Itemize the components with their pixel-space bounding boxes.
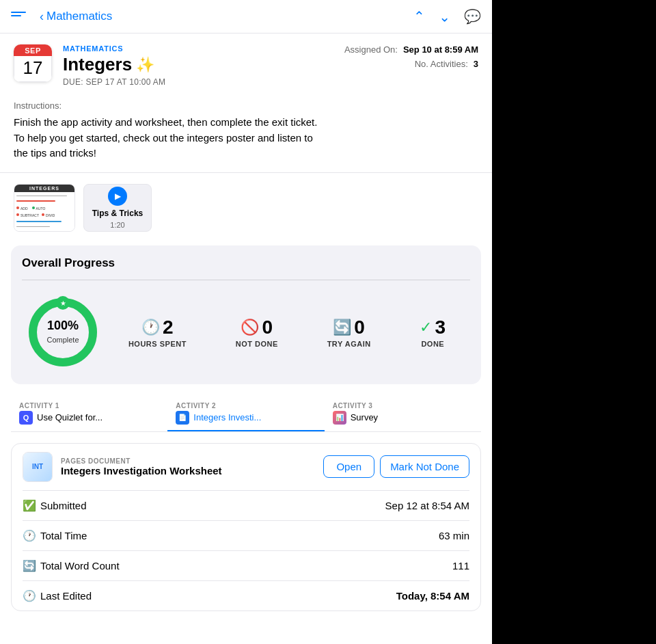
tabs-row: ACTIVITY 1 Q Use Quizlet for... ACTIVITY… <box>11 395 481 431</box>
word-count-row: 🔄 Total Word Count 111 <box>12 551 480 580</box>
clock-icon: 🕐 <box>141 319 160 336</box>
chevron-up-icon[interactable]: ⌃ <box>413 8 425 25</box>
section-divider <box>0 172 492 173</box>
main-panel: ‹ Mathematics ⌃ ⌃ 💬 SEP 17 MATHEMATICS I… <box>0 0 492 644</box>
right-panel <box>492 0 656 644</box>
progress-percent: 100% <box>46 319 79 333</box>
progress-divider <box>22 280 470 280</box>
poster-attachment[interactable]: INTEGERS ADD AUTO SUBTRACT DIVID <box>14 184 75 232</box>
tab-2-label: ACTIVITY 2 <box>176 402 316 410</box>
assignment-info: MATHEMATICS Integers ✨ DUE: SEP 17 AT 10… <box>63 44 333 87</box>
last-edited-icon: 🕐 <box>23 589 36 602</box>
activity-detail: INT PAGES DOCUMENT Integers Investigatio… <box>11 443 481 611</box>
progress-content: ★ 100% Complete 🕐 2 HOURS SPENT <box>22 291 470 373</box>
chevron-left-icon: ‹ <box>40 10 44 24</box>
open-button[interactable]: Open <box>323 455 374 478</box>
time-icon: 🕐 <box>23 529 36 542</box>
comment-icon[interactable]: 💬 <box>464 8 481 25</box>
last-edited-label: Last Edited <box>40 590 92 602</box>
tab-3-label: ACTIVITY 3 <box>333 402 473 410</box>
submitted-icon: ✅ <box>23 499 36 512</box>
progress-section: Overall Progress ★ 100% Complete <box>11 245 481 384</box>
donut-text: 100% Complete <box>46 319 79 345</box>
no-activities-label: No. Activities: <box>415 59 468 69</box>
nav-actions: ⌃ ⌃ 💬 <box>413 8 481 25</box>
calendar-month: SEP <box>14 44 52 56</box>
video-duration: 1:20 <box>110 221 124 229</box>
done-value: 3 <box>435 317 446 338</box>
donut-chart: ★ 100% Complete <box>22 291 104 373</box>
hours-spent-stat: 🕐 2 HOURS SPENT <box>128 317 187 348</box>
assigned-on-row: Assigned On: Sep 10 at 8:59 AM <box>344 44 478 55</box>
activity-thumbnail: INT <box>23 452 53 482</box>
try-again-icon: 🔄 <box>333 319 351 336</box>
done-icon: ✓ <box>420 319 432 336</box>
not-done-stat: 🚫 0 NOT DONE <box>236 317 278 348</box>
back-label: Mathematics <box>46 10 112 23</box>
hours-spent-value: 2 <box>163 317 174 338</box>
activity-name: Integers Investigation Worksheet <box>61 465 222 477</box>
tab-activity-3[interactable]: ACTIVITY 3 📊 Survey <box>325 395 481 431</box>
svg-text:★: ★ <box>60 299 66 307</box>
submitted-label: Submitted <box>40 500 87 511</box>
instructions-text: Finish the app activity and worksheet, t… <box>14 115 478 161</box>
tab-activity-2[interactable]: ACTIVITY 2 📄 Integers Investi... <box>167 395 324 431</box>
back-button[interactable]: ‹ Mathematics <box>40 10 112 24</box>
activity-tabs: ACTIVITY 1 Q Use Quizlet for... ACTIVITY… <box>11 395 481 432</box>
word-count-label: Total Word Count <box>40 560 120 572</box>
calendar-icon: SEP 17 <box>14 44 52 82</box>
stats-grid: 🕐 2 HOURS SPENT 🚫 0 NOT DONE 🔄 0 <box>104 317 470 348</box>
try-again-stat: 🔄 0 TRY AGAIN <box>327 317 371 348</box>
sparkle-icon: ✨ <box>136 56 154 74</box>
complete-label: Complete <box>46 336 79 344</box>
activity-header: INT PAGES DOCUMENT Integers Investigatio… <box>12 444 480 490</box>
tab-3-name: Survey <box>351 412 378 422</box>
total-time-row: 🕐 Total Time 63 min <box>12 521 480 550</box>
video-title: Tips & Tricks <box>92 209 143 218</box>
subject-label: MATHEMATICS <box>63 44 333 53</box>
tab-1-label: ACTIVITY 1 <box>19 402 159 410</box>
submitted-value: Sep 12 at 8:54 AM <box>385 500 469 511</box>
no-activities-row: No. Activities: 3 <box>415 59 478 69</box>
assigned-on-label: Assigned On: <box>344 44 398 55</box>
tab-3-content: 📊 Survey <box>333 411 473 425</box>
tab-1-content: Q Use Quizlet for... <box>19 411 159 425</box>
word-count-icon: 🔄 <box>23 559 36 572</box>
survey-icon: 📊 <box>333 411 346 425</box>
title-text: Integers <box>63 54 132 75</box>
video-attachment[interactable]: ▶ Tips & Tricks 1:20 <box>83 184 152 232</box>
tab-1-name: Use Quizlet for... <box>37 412 102 422</box>
no-activities-value: 3 <box>474 59 478 69</box>
total-time-value: 63 min <box>439 530 469 541</box>
try-again-label: TRY AGAIN <box>327 340 371 348</box>
sidebar-toggle-button[interactable] <box>11 8 31 25</box>
total-time-label: Total Time <box>40 530 87 541</box>
tab-2-content: 📄 Integers Investi... <box>176 411 316 425</box>
assignment-title: Integers ✨ <box>63 54 333 75</box>
hours-spent-label: HOURS SPENT <box>128 340 187 348</box>
not-done-label: NOT DONE <box>236 340 278 348</box>
word-count-value: 111 <box>452 560 469 572</box>
assigned-on-value: Sep 10 at 8:59 AM <box>403 44 478 55</box>
quizlet-icon: Q <box>19 411 33 425</box>
attachments-row: INTEGERS ADD AUTO SUBTRACT DIVID <box>0 184 492 245</box>
not-done-icon: 🚫 <box>241 319 259 336</box>
due-date: DUE: SEP 17 AT 10:00 AM <box>63 77 333 87</box>
instructions-label: Instructions: <box>14 100 478 111</box>
tab-activity-1[interactable]: ACTIVITY 1 Q Use Quizlet for... <box>11 395 167 431</box>
pages-icon: 📄 <box>176 411 189 425</box>
play-icon: ▶ <box>108 187 127 206</box>
done-stat: ✓ 3 DONE <box>420 317 446 348</box>
calendar-day: 17 <box>14 56 52 82</box>
top-nav: ‹ Mathematics ⌃ ⌃ 💬 <box>0 0 492 33</box>
activity-buttons: Open Mark Not Done <box>323 455 469 478</box>
instructions-section: Instructions: Finish the app activity an… <box>0 95 492 172</box>
activity-type-label: PAGES DOCUMENT <box>61 457 222 465</box>
last-edited-value: Today, 8:54 AM <box>396 590 469 602</box>
mark-not-done-button[interactable]: Mark Not Done <box>380 455 469 478</box>
assignment-header: SEP 17 MATHEMATICS Integers ✨ DUE: SEP 1… <box>0 33 492 95</box>
done-label: DONE <box>421 340 444 348</box>
activity-info: PAGES DOCUMENT Integers Investigation Wo… <box>61 457 222 477</box>
chevron-down-icon[interactable]: ⌃ <box>439 8 450 25</box>
activity-left: INT PAGES DOCUMENT Integers Investigatio… <box>23 452 222 482</box>
